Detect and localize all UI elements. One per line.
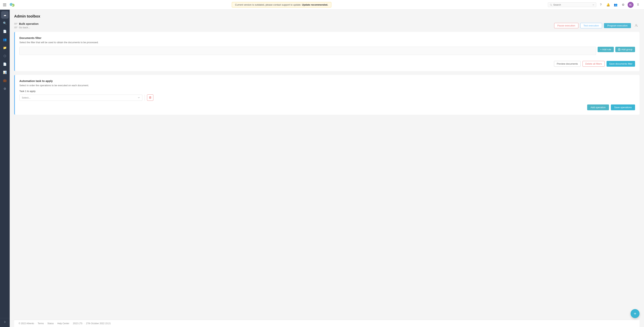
logo: a bbox=[9, 2, 15, 8]
select-chevron-icon bbox=[138, 96, 140, 99]
automation-task-title: Automation task to apply bbox=[20, 79, 635, 82]
filter-actions-row: Preview documents Delete all filters Sav… bbox=[20, 61, 635, 67]
task-select-box[interactable]: Select... bbox=[20, 95, 142, 101]
update-banner: Current version is outdated, please cont… bbox=[232, 2, 331, 7]
search-input[interactable] bbox=[553, 3, 591, 6]
sidebar-item-documents[interactable]: 📄 bbox=[1, 27, 8, 35]
help-icon-button[interactable]: ? bbox=[598, 2, 604, 8]
gear-icon-button[interactable]: ⚙ bbox=[620, 2, 626, 8]
footer-terms-link[interactable]: Terms bbox=[38, 322, 44, 325]
svg-rect-12 bbox=[150, 97, 151, 98]
test-execution-button[interactable]: Test execution bbox=[580, 23, 602, 28]
automation-task-panel: Automation task to apply Select in order… bbox=[14, 75, 640, 115]
navbar: a Current version is outdated, please co… bbox=[0, 0, 644, 10]
sidebar-item-hierarchy[interactable]: ⬡ bbox=[1, 52, 8, 60]
sidebar-item-settings[interactable]: ⚙ bbox=[1, 85, 8, 92]
sidebar-item-chart[interactable]: 📊 bbox=[1, 68, 8, 76]
sidebar-item-briefcase[interactable]: 💼 bbox=[1, 77, 8, 84]
save-operations-button[interactable]: Save operations bbox=[611, 104, 635, 110]
search-box[interactable] bbox=[548, 2, 596, 7]
sidebar: ☁ 🔍 📄 👥 📁 ⬡ 📄 📊 💼 ⚙ bbox=[0, 10, 10, 327]
task-row: Select... bbox=[20, 94, 635, 101]
save-documents-filter-button[interactable]: Save documents filter bbox=[606, 61, 635, 67]
program-execution-button[interactable]: Program execution bbox=[604, 23, 631, 28]
sidebar-item-search[interactable]: 🔍 bbox=[1, 19, 8, 27]
sidebar-item-users[interactable]: 👥 bbox=[1, 36, 8, 43]
svg-text:a: a bbox=[12, 4, 13, 6]
search-icon bbox=[550, 3, 552, 6]
breadcrumb-title: Bulk operation bbox=[19, 22, 38, 25]
fab-add-button[interactable]: + bbox=[630, 309, 640, 318]
documents-filter-title: Documents filter bbox=[20, 36, 635, 39]
page-title: Admin toolbox bbox=[14, 14, 640, 18]
delete-all-filters-button[interactable]: Delete all filters bbox=[582, 61, 605, 67]
notification-icon-button[interactable]: 🔔 bbox=[605, 2, 611, 8]
add-rule-button[interactable]: + Add rule bbox=[598, 47, 614, 52]
hamburger-menu[interactable] bbox=[3, 3, 6, 6]
task-separator bbox=[144, 95, 145, 101]
footer-copyright: © 2022 Athento bbox=[19, 322, 34, 325]
sidebar-item-cloud[interactable]: ☁ bbox=[1, 11, 8, 19]
footer: © 2022 Athento · Terms · Status · Help C… bbox=[14, 320, 640, 327]
filter-input-area bbox=[20, 47, 596, 55]
header-row: Bulk operation Go back... Pause executio… bbox=[14, 22, 640, 29]
breadcrumb: Bulk operation Go back... bbox=[14, 22, 38, 29]
svg-line-4 bbox=[552, 5, 552, 6]
content-area: Admin toolbox Bulk operation Go back... bbox=[10, 10, 644, 327]
task-label: Task 1 to apply bbox=[20, 90, 635, 92]
footer-status-link[interactable]: Status bbox=[47, 322, 54, 325]
chevron-down-icon bbox=[592, 4, 594, 6]
footer-date: 27th October 2022 15:21 bbox=[86, 322, 111, 325]
documents-filter-panel: Documents filter Select the filter that … bbox=[14, 32, 640, 71]
operation-buttons: Add operation Save operations bbox=[20, 104, 635, 110]
add-group-button[interactable]: ⊕ Add group Add group bbox=[615, 47, 635, 52]
filter-action-buttons: Preview documents Delete all filters Sav… bbox=[554, 61, 635, 67]
breadcrumb-back-icon bbox=[14, 27, 18, 28]
documents-filter-desc: Select the filter that will be used to o… bbox=[20, 41, 635, 44]
execution-buttons: Pause execution Test execution Program e… bbox=[554, 22, 640, 29]
apps-grid-icon-button[interactable]: ⠿ bbox=[635, 2, 641, 8]
footer-version: 2022 LTS bbox=[73, 322, 82, 325]
automation-task-desc: Select in order the operations to be exe… bbox=[20, 84, 635, 87]
add-group-icon bbox=[618, 48, 620, 51]
breadcrumb-icon bbox=[14, 23, 18, 24]
breadcrumb-back[interactable]: Go back... bbox=[19, 26, 30, 29]
sidebar-item-folders[interactable]: 📁 bbox=[1, 44, 8, 51]
preview-documents-button[interactable]: Preview documents bbox=[554, 61, 581, 67]
users-manage-icon-button[interactable]: 👥 bbox=[613, 2, 619, 8]
svg-point-3 bbox=[550, 4, 552, 5]
task-select-placeholder: Select... bbox=[22, 96, 30, 99]
delete-task-button[interactable] bbox=[147, 94, 153, 101]
sidebar-item-reports[interactable]: 📄 bbox=[1, 60, 8, 68]
svg-point-5 bbox=[636, 24, 637, 25]
avatar[interactable]: IC bbox=[628, 2, 634, 8]
pause-execution-button[interactable]: Pause execution bbox=[554, 23, 578, 28]
sidebar-expand-button[interactable] bbox=[0, 318, 10, 326]
user-access-icon-button[interactable] bbox=[633, 22, 640, 29]
trash-icon bbox=[149, 96, 152, 99]
add-operation-button[interactable]: Add operation bbox=[587, 104, 609, 110]
footer-help-link[interactable]: Help Center bbox=[58, 322, 69, 325]
